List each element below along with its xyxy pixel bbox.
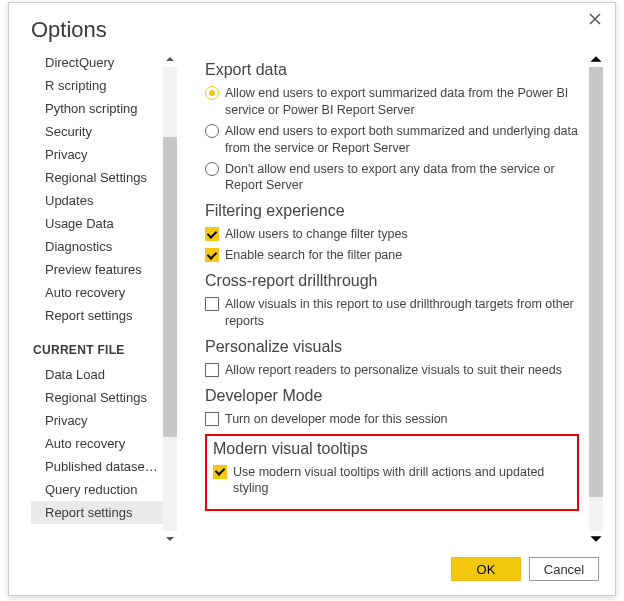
section-crossreport: Cross-report drillthrough bbox=[205, 272, 579, 290]
content-scrollbar-thumb[interactable] bbox=[589, 67, 603, 497]
radio-icon bbox=[205, 162, 219, 176]
crossreport-allow[interactable]: Allow visuals in this report to use dril… bbox=[205, 296, 579, 330]
nav-item-updates[interactable]: Updates bbox=[31, 189, 163, 212]
nav-item-r-scripting[interactable]: R scripting bbox=[31, 74, 163, 97]
export-option-none[interactable]: Don't allow end users to export any data… bbox=[205, 161, 579, 195]
option-label: Turn on developer mode for this session bbox=[225, 411, 448, 428]
dialog-footer: OK Cancel bbox=[9, 547, 615, 595]
checkbox-icon bbox=[205, 248, 219, 262]
nav-item-query-reduction[interactable]: Query reduction bbox=[31, 478, 163, 501]
nav-item-diagnostics[interactable]: Diagnostics bbox=[31, 235, 163, 258]
radio-icon bbox=[205, 124, 219, 138]
option-label: Allow end users to export summarized dat… bbox=[225, 85, 579, 119]
personalize-allow[interactable]: Allow report readers to personalize visu… bbox=[205, 362, 579, 379]
cancel-button[interactable]: Cancel bbox=[529, 557, 599, 581]
filter-change-types[interactable]: Allow users to change filter types bbox=[205, 226, 579, 243]
section-modern-tooltips: Modern visual tooltips bbox=[213, 440, 571, 458]
nav-scroll-down[interactable] bbox=[163, 531, 177, 547]
chevron-down-icon bbox=[589, 532, 603, 546]
nav-item-privacy[interactable]: Privacy bbox=[31, 143, 163, 166]
nav-scroll-up[interactable] bbox=[163, 51, 177, 67]
chevron-up-icon bbox=[165, 54, 175, 64]
filter-enable-search[interactable]: Enable search for the filter pane bbox=[205, 247, 579, 264]
option-label: Enable search for the filter pane bbox=[225, 247, 402, 264]
option-label: Don't allow end users to export any data… bbox=[225, 161, 579, 195]
export-option-both[interactable]: Allow end users to export both summarize… bbox=[205, 123, 579, 157]
option-label: Allow end users to export both summarize… bbox=[225, 123, 579, 157]
option-label: Use modern visual tooltips with drill ac… bbox=[233, 464, 571, 498]
nav-item-security[interactable]: Security bbox=[31, 120, 163, 143]
highlight-modern-tooltips: Modern visual tooltips Use modern visual… bbox=[205, 434, 579, 512]
checkbox-icon bbox=[205, 363, 219, 377]
option-label: Allow users to change filter types bbox=[225, 226, 408, 243]
nav-item-auto-recovery-file[interactable]: Auto recovery bbox=[31, 432, 163, 455]
chevron-up-icon bbox=[589, 52, 603, 66]
nav-item-regional-settings[interactable]: Regional Settings bbox=[31, 166, 163, 189]
nav-item-published-dataset[interactable]: Published dataset set... bbox=[31, 455, 163, 478]
nav-item-directquery[interactable]: DirectQuery bbox=[31, 51, 163, 74]
nav-item-report-settings-global[interactable]: Report settings bbox=[31, 304, 163, 327]
nav-item-preview-features[interactable]: Preview features bbox=[31, 258, 163, 281]
modern-tooltips-enable[interactable]: Use modern visual tooltips with drill ac… bbox=[213, 464, 571, 498]
devmode-enable[interactable]: Turn on developer mode for this session bbox=[205, 411, 579, 428]
option-label: Allow visuals in this report to use dril… bbox=[225, 296, 579, 330]
section-export-data: Export data bbox=[205, 61, 579, 79]
content-pane: Export data Allow end users to export su… bbox=[191, 51, 603, 547]
radio-icon bbox=[205, 86, 219, 100]
nav-item-privacy-file[interactable]: Privacy bbox=[31, 409, 163, 432]
checkbox-icon bbox=[213, 465, 227, 479]
option-label: Allow report readers to personalize visu… bbox=[225, 362, 562, 379]
nav-item-python-scripting[interactable]: Python scripting bbox=[31, 97, 163, 120]
ok-button[interactable]: OK bbox=[451, 557, 521, 581]
content-scroll-down[interactable] bbox=[589, 531, 603, 547]
section-devmode: Developer Mode bbox=[205, 387, 579, 405]
nav-item-data-load[interactable]: Data Load bbox=[31, 363, 163, 386]
nav-item-usage-data[interactable]: Usage Data bbox=[31, 212, 163, 235]
close-icon bbox=[589, 13, 601, 25]
nav-item-report-settings-file[interactable]: Report settings bbox=[31, 501, 163, 524]
nav-group-current-file: CURRENT FILE bbox=[33, 343, 163, 357]
close-button[interactable] bbox=[583, 7, 607, 31]
dialog-title: Options bbox=[9, 3, 615, 51]
content-scrollbar-track[interactable] bbox=[589, 67, 603, 531]
chevron-down-icon bbox=[165, 534, 175, 544]
nav-scrollbar-thumb[interactable] bbox=[163, 137, 177, 437]
options-dialog: Options DirectQuery R scripting Python s… bbox=[8, 2, 616, 596]
checkbox-icon bbox=[205, 227, 219, 241]
nav-scrollbar-track[interactable] bbox=[163, 67, 177, 531]
section-personalize: Personalize visuals bbox=[205, 338, 579, 356]
checkbox-icon bbox=[205, 297, 219, 311]
nav-pane: DirectQuery R scripting Python scripting… bbox=[31, 51, 177, 547]
checkbox-icon bbox=[205, 412, 219, 426]
nav-item-auto-recovery[interactable]: Auto recovery bbox=[31, 281, 163, 304]
nav-item-regional-settings-file[interactable]: Regional Settings bbox=[31, 386, 163, 409]
section-filtering: Filtering experience bbox=[205, 202, 579, 220]
export-option-summarized[interactable]: Allow end users to export summarized dat… bbox=[205, 85, 579, 119]
content-scroll-up[interactable] bbox=[589, 51, 603, 67]
